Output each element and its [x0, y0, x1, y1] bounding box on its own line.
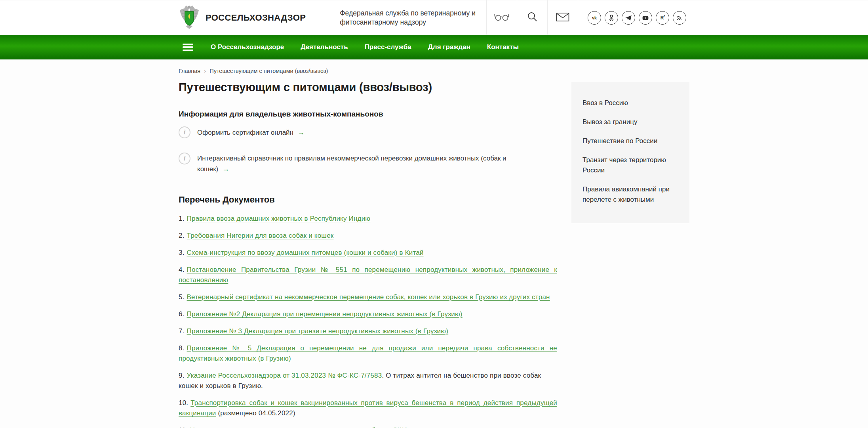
document-link[interactable]: Приложение № 3 Декларация при транзите н… — [187, 327, 449, 335]
hamburger-icon[interactable] — [183, 42, 193, 53]
quick-link-certificate[interactable]: i Оформить сертификат онлайн→ — [179, 127, 557, 138]
sidebar-item-airlines[interactable]: Правила авиакомпаний при перелете с живо… — [582, 184, 678, 205]
document-item: 8.Приложение № 5 Декларация о перемещени… — [179, 343, 557, 364]
quick-link-guide[interactable]: i Интерактивный справочник по правилам н… — [179, 153, 557, 174]
logo-subtitle: Федеральная служба по ветеринарному и фи… — [340, 9, 478, 27]
youtube-icon[interactable] — [639, 11, 652, 25]
section-sidebar: Ввоз в Россию Вывоз за границу Путешеств… — [571, 67, 689, 428]
item-number: 5. — [179, 293, 185, 301]
info-icon: i — [179, 126, 190, 138]
document-item: 6.Приложение №2 Декларация при перемещен… — [179, 309, 557, 319]
quick-link-certificate-label[interactable]: Оформить сертификат онлайн — [197, 129, 293, 136]
item-note: (размещено 04.05.2022) — [216, 409, 295, 417]
sidebar-panel: Ввоз в Россию Вывоз за границу Путешеств… — [571, 82, 689, 223]
document-item: 11.Уведомление о временном приостановлен… — [179, 425, 557, 428]
item-number: 1. — [179, 215, 185, 222]
document-item: 7.Приложение № 3 Декларация при транзите… — [179, 326, 557, 336]
item-number: 4. — [179, 266, 185, 273]
document-link[interactable]: Требования Нигерии для ввоза собак и кош… — [187, 232, 334, 239]
svg-text:vk: vk — [592, 15, 597, 20]
ok-icon[interactable] — [605, 11, 618, 25]
document-item: 5.Ветеринарный сертификат на некоммерчес… — [179, 292, 557, 302]
item-number: 3. — [179, 249, 185, 256]
item-number: 9. — [179, 372, 185, 379]
quick-link-guide-label[interactable]: Интерактивный справочник по правилам нек… — [197, 155, 506, 173]
documents-list: 1.Правила ввоза домашних животных в Респ… — [179, 214, 557, 428]
document-link[interactable]: Приложение №2 Декларация при перемещении… — [187, 310, 463, 318]
logo[interactable]: РОССЕЛЬХОЗНАДЗОР — [179, 0, 306, 35]
document-link[interactable]: Постановление Правительства Грузии № 551… — [179, 266, 557, 284]
document-link[interactable]: Ветеринарный сертификат на некоммерческо… — [187, 293, 550, 301]
document-item: 9.Указание Россельхознадзора от 31.03.20… — [179, 371, 557, 391]
item-number: 6. — [179, 310, 185, 318]
sidebar-item-import[interactable]: Ввоз в Россию — [582, 98, 678, 108]
page-subtitle: Информация для владельцев животных-компа… — [179, 109, 557, 119]
page-title: Путешествующим с питомцами (ввоз/вывоз) — [179, 80, 557, 94]
search-button[interactable] — [517, 0, 547, 35]
document-link[interactable]: Указание Россельхознадзора от 31.03.2023… — [187, 372, 382, 379]
nav-item-about[interactable]: О Россельхознадзоре — [211, 43, 284, 51]
sidebar-item-export[interactable]: Вывоз за границу — [582, 117, 678, 127]
item-number: 7. — [179, 327, 185, 335]
nav-item-press[interactable]: Пресс-служба — [365, 43, 411, 51]
nav-item-contacts[interactable]: Контакты — [487, 43, 519, 51]
arrow-right-icon: → — [297, 128, 305, 136]
sidebar-item-travel-russia[interactable]: Путешествие по России — [582, 136, 678, 146]
document-link[interactable]: Уведомление о временном приостановлении … — [179, 426, 557, 428]
accessibility-button[interactable] — [486, 0, 517, 35]
info-icon: i — [179, 153, 190, 164]
document-item: 1.Правила ввоза домашних животных в Респ… — [179, 214, 557, 224]
item-number: 11. — [179, 426, 188, 428]
top-header: РОССЕЛЬХОЗНАДЗОР Федеральная служба по в… — [0, 0, 868, 35]
social-links: vk — [578, 0, 689, 35]
arrow-right-icon: → — [222, 165, 229, 173]
document-link[interactable]: Схема-инструкция по ввозу домашних питом… — [187, 249, 424, 256]
logo-title: РОССЕЛЬХОЗНАДЗОР — [206, 13, 306, 23]
svg-text:R: R — [661, 15, 664, 21]
header-tools: vk — [486, 0, 689, 35]
glasses-icon — [494, 12, 510, 23]
search-icon — [526, 11, 538, 25]
breadcrumb-home[interactable]: Главная — [179, 68, 200, 74]
document-item: 3.Схема-инструкция по ввозу домашних пит… — [179, 248, 557, 258]
document-item: 10.Транспортировка собак и кошек вакцини… — [179, 398, 557, 418]
item-number: 10. — [179, 399, 188, 407]
telegram-icon[interactable] — [622, 11, 635, 25]
item-number: 8. — [179, 344, 185, 352]
breadcrumb-current: Путешествующим с питомцами (ввоз/вывоз) — [209, 68, 328, 74]
chevron-right-icon: › — [204, 67, 206, 74]
document-link[interactable]: Приложение № 5 Декларация о перемещении … — [179, 344, 557, 362]
documents-heading: Перечень Документов — [179, 194, 557, 205]
document-item: 4.Постановление Правительства Грузии № 5… — [179, 265, 557, 285]
document-item: 2.Требования Нигерии для ввоза собак и к… — [179, 231, 557, 241]
rss-icon[interactable] — [673, 11, 686, 25]
mail-button[interactable] — [547, 0, 578, 35]
emblem-eagle-icon — [179, 5, 200, 31]
mail-icon — [556, 12, 569, 23]
vk-icon[interactable]: vk — [588, 11, 601, 25]
rutube-icon[interactable]: R — [656, 11, 669, 25]
nav-item-citizens[interactable]: Для граждан — [428, 43, 470, 51]
sidebar-item-transit[interactable]: Транзит через территорию России — [582, 155, 678, 176]
item-number: 2. — [179, 232, 185, 239]
nav-item-activity[interactable]: Деятельность — [301, 43, 348, 51]
main-navigation: О Россельхознадзоре Деятельность Пресс-с… — [0, 35, 868, 59]
breadcrumb: Главная›Путешествующим с питомцами (ввоз… — [179, 67, 557, 74]
document-link[interactable]: Правила ввоза домашних животных в Респуб… — [187, 215, 371, 222]
